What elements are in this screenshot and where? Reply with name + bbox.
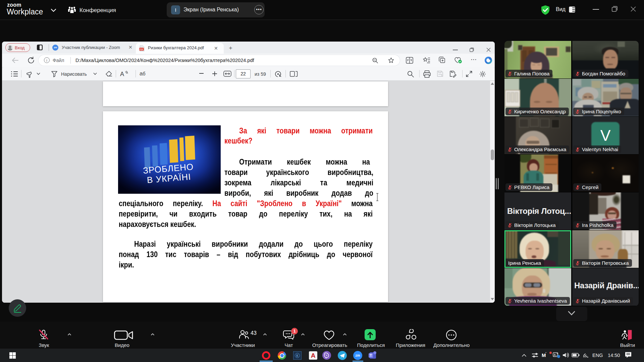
- svg-text:A: A: [120, 71, 124, 77]
- svg-text:PDF: PDF: [140, 48, 144, 50]
